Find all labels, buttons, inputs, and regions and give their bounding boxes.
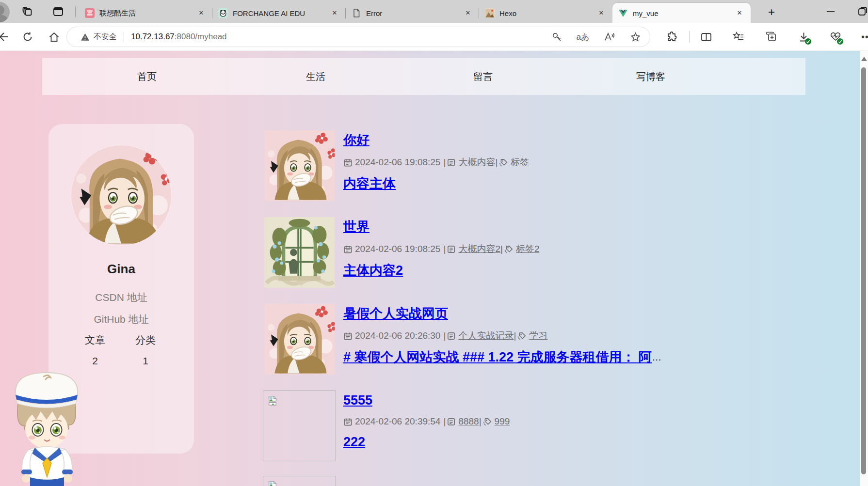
window-minimize-button[interactable]: — [822, 3, 839, 19]
post-tag-link[interactable]: 标签 [511, 156, 529, 169]
post-tag-link[interactable]: 标签2 [516, 243, 540, 255]
translate-icon[interactable]: aあ [576, 30, 590, 44]
scrollbar-thumb[interactable] [861, 67, 866, 474]
read-aloud-icon[interactable] [602, 30, 616, 44]
home-icon[interactable] [47, 30, 61, 44]
scroll-up-arrow[interactable] [861, 57, 867, 61]
browser-essentials-icon[interactable] [827, 30, 844, 44]
nav-item-home[interactable]: 首页 [137, 58, 157, 95]
browser-tab-active[interactable]: my_vue ✕ [612, 3, 751, 23]
post-tag-link[interactable]: 999 [495, 416, 510, 427]
browser-window: 联想酷生活 ✕ FORCHANGE AI EDU ✕ Error ✕ Hexo … [0, 0, 868, 486]
toolbar-divider [689, 31, 690, 43]
tab-close-icon[interactable]: ✕ [196, 8, 207, 18]
browser-tab-3[interactable]: Hexo ✕ [479, 3, 612, 23]
post-category-link[interactable]: 8888 [458, 416, 479, 427]
tab-close-icon[interactable]: ✕ [329, 8, 340, 18]
post-date: 2024-02-06 20:26:30 [355, 330, 440, 341]
workspaces-icon[interactable] [20, 4, 35, 19]
category-icon [447, 245, 456, 254]
post-date: 2024-02-06 20:39:54 [355, 416, 440, 427]
refresh-icon[interactable] [20, 30, 35, 44]
tab-list: 联想酷生活 ✕ FORCHANGE AI EDU ✕ Error ✕ Hexo … [79, 0, 751, 23]
toutiao-favicon-icon [85, 8, 95, 18]
vue-favicon-icon [618, 8, 628, 18]
stat-categories-label: 分类 [121, 333, 170, 347]
post-summary-link[interactable]: 主体内容2 [343, 262, 403, 279]
tab-title: my_vue [633, 9, 729, 17]
favorite-star-icon[interactable] [628, 30, 642, 44]
browser-tab-0[interactable]: 联想酷生活 ✕ [79, 3, 212, 23]
stat-articles-label: 文章 [71, 333, 119, 347]
password-key-icon[interactable] [550, 30, 563, 44]
tab-actions-icon[interactable] [50, 4, 66, 19]
window-restore-icon[interactable] [857, 6, 868, 16]
nav-item-messages[interactable]: 留言 [473, 58, 493, 95]
downloads-icon[interactable] [795, 30, 812, 44]
not-secure-warning-icon [80, 32, 90, 42]
tab-close-icon[interactable]: ✕ [734, 8, 745, 18]
site-navbar: 首页 生活 留言 写博客 [42, 58, 805, 95]
browser-profile-avatar[interactable] [0, 2, 10, 22]
post-summary-link[interactable]: # 寒假个人网站实战 ### 1.22 完成服务器租借用： 阿 [343, 349, 652, 365]
post-title-link[interactable]: 暑假个人实战网页 [343, 305, 448, 322]
post-meta: 2024-02-06 20:26:30 | 个人实战记录 | 学习 [343, 329, 661, 342]
post-item: 5555 2024-02-06 20:39:54 | 8888 | 999 22… [263, 391, 699, 461]
post-list: 你好 2024-02-06 19:08:25 | 大概内容 | 标签 内容主体 … [263, 130, 699, 477]
post-meta: 2024-02-06 19:08:25 | 大概内容 | 标签 [343, 156, 529, 169]
tag-icon [517, 331, 527, 341]
security-label[interactable]: 不安全 [94, 32, 117, 42]
back-icon[interactable] [0, 30, 10, 44]
post-summary-link[interactable]: 内容主体 [343, 175, 396, 192]
tab-close-icon[interactable]: ✕ [596, 8, 607, 18]
summary-ellipsis: … [652, 352, 661, 362]
collections-icon[interactable] [763, 30, 779, 44]
post-title-link[interactable]: 世界 [343, 218, 370, 235]
tab-title: Hexo [499, 9, 591, 17]
panda-favicon-icon [218, 8, 228, 18]
post-thumbnail [263, 391, 336, 461]
essentials-success-badge [837, 38, 843, 45]
calendar-icon [343, 331, 353, 341]
post-title-link[interactable]: 5555 [343, 392, 372, 409]
url-divider [124, 32, 124, 42]
post-category-link[interactable]: 个人实战记录 [458, 329, 514, 342]
post-category-link[interactable]: 大概内容2 [458, 243, 500, 255]
nav-item-life[interactable]: 生活 [306, 58, 325, 95]
browser-tab-1[interactable]: FORCHANGE AI EDU ✕ [212, 3, 346, 23]
new-tab-button[interactable]: + [764, 5, 779, 19]
post-date: 2024-02-06 19:08:25 [355, 157, 440, 168]
settings-more-icon[interactable]: ••• [859, 30, 868, 44]
tab-title: Error [366, 9, 458, 17]
favorites-list-icon[interactable] [730, 30, 747, 44]
tab-strip-divider [75, 6, 76, 17]
github-link[interactable]: GitHub 地址 [48, 313, 194, 326]
address-bar[interactable]: 不安全 10.72.13.67:8080/myhead aあ [67, 27, 650, 47]
nav-item-write-blog[interactable]: 写博客 [636, 58, 665, 95]
extensions-icon[interactable] [663, 30, 680, 44]
post-category-link[interactable]: 大概内容 [458, 156, 495, 169]
post-title-link[interactable]: 你好 [343, 131, 370, 149]
tag-icon [504, 245, 514, 254]
broken-image-icon [267, 395, 278, 407]
browser-tab-2[interactable]: Error ✕ [346, 3, 479, 23]
post-thumbnail-broken-partial [263, 476, 336, 486]
url-path: :8080/myhead [175, 32, 227, 41]
post-summary-link[interactable]: 222 [343, 434, 365, 450]
url-text[interactable]: 10.72.13.67:8080/myhead [131, 32, 227, 42]
post-tag-link[interactable]: 学习 [529, 329, 547, 342]
split-screen-icon[interactable] [698, 30, 714, 44]
page-scrollbar[interactable] [860, 51, 868, 486]
doc-favicon-icon [352, 8, 361, 18]
csdn-link[interactable]: CSDN 地址 [48, 291, 194, 304]
post-item: 你好 2024-02-06 19:08:25 | 大概内容 | 标签 内容主体 [263, 130, 699, 201]
mascot-sailor-boy [4, 370, 90, 486]
broken-image-icon [267, 480, 278, 486]
post-item: 世界 2024-02-06 19:08:25 | 大概内容2 | 标签2 主体内… [263, 217, 699, 288]
tab-close-icon[interactable]: ✕ [463, 8, 473, 18]
download-success-badge [805, 38, 811, 45]
stat-categories-value: 1 [121, 355, 170, 367]
profile-name: Gina [48, 262, 194, 277]
category-icon [447, 331, 456, 341]
calendar-icon [343, 158, 353, 167]
